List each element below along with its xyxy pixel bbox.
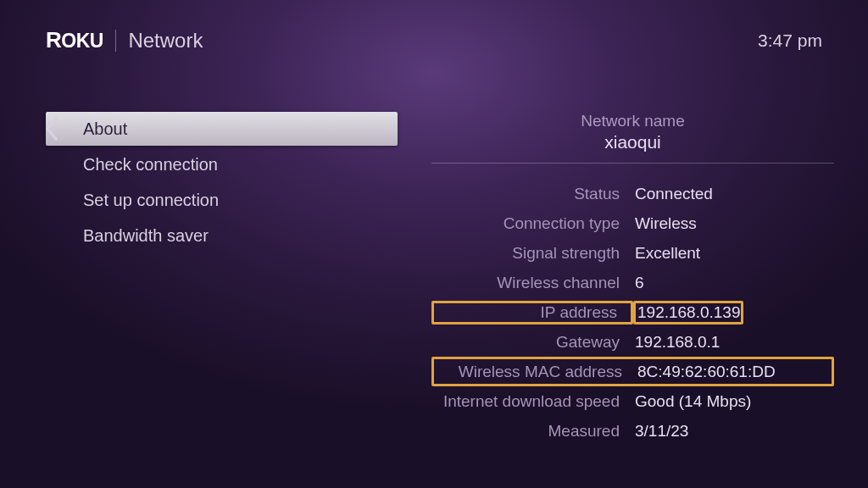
row-value: 8C:49:62:60:61:DD: [636, 363, 776, 381]
menu-item-label: Bandwidth saver: [83, 226, 209, 246]
row-value: 6: [633, 274, 644, 292]
row-label: Wireless channel: [431, 274, 633, 292]
network-name-block: Network name xiaoqui: [431, 112, 834, 164]
details-panel: Network name xiaoqui Status Connected Co…: [431, 112, 834, 471]
row-wireless-mac-address: Wireless MAC address 8C:49:62:60:61:DD: [431, 357, 834, 386]
row-label: Connection type: [431, 214, 633, 233]
menu-item-set-up-connection[interactable]: Set up connection: [46, 183, 398, 217]
back-chevron-icon[interactable]: [44, 117, 59, 144]
network-name-value: xiaoqui: [431, 132, 834, 152]
row-wireless-channel: Wireless channel 6: [431, 268, 834, 297]
row-value: 192.168.0.1: [633, 333, 720, 352]
row-value: Good (14 Mbps): [633, 392, 751, 411]
row-label: IP address: [431, 301, 633, 324]
page-title: Network: [128, 29, 203, 53]
content: About Check connection Set up connection…: [46, 112, 834, 471]
menu-item-label: Set up connection: [83, 191, 219, 210]
menu-item-bandwidth-saver[interactable]: Bandwidth saver: [46, 219, 398, 252]
row-label: Signal strength: [431, 244, 633, 263]
header-divider: [115, 30, 117, 52]
header: ROKU Network 3:47 pm: [46, 27, 822, 53]
menu: About Check connection Set up connection…: [46, 112, 398, 471]
menu-item-label: About: [83, 119, 127, 139]
row-connection-type: Connection type Wireless: [431, 208, 834, 238]
clock: 3:47 pm: [758, 30, 822, 51]
row-label: Measured: [431, 422, 633, 441]
row-label: Wireless MAC address: [434, 363, 636, 381]
row-value: 3/11/23: [633, 422, 688, 441]
row-measured: Measured 3/11/23: [431, 416, 834, 446]
menu-item-about[interactable]: About: [46, 112, 398, 146]
row-label: Status: [431, 185, 633, 203]
menu-item-label: Check connection: [83, 155, 218, 175]
row-internet-download-speed: Internet download speed Good (14 Mbps): [431, 386, 834, 416]
row-value: Connected: [633, 185, 713, 203]
row-label: Internet download speed: [431, 392, 633, 411]
row-value: 192.168.0.139: [633, 301, 743, 324]
row-label: Gateway: [431, 333, 633, 352]
row-value: Excellent: [633, 244, 700, 263]
menu-item-check-connection[interactable]: Check connection: [46, 147, 398, 181]
row-value: Wireless: [633, 214, 697, 233]
network-name-label: Network name: [431, 112, 834, 130]
header-left: ROKU Network: [46, 27, 203, 53]
row-ip-address: IP address 192.168.0.139: [431, 297, 834, 327]
roku-logo: ROKU: [46, 27, 103, 53]
row-gateway: Gateway 192.168.0.1: [431, 327, 834, 357]
row-status: Status Connected: [431, 179, 834, 208]
row-signal-strength: Signal strength Excellent: [431, 238, 834, 268]
